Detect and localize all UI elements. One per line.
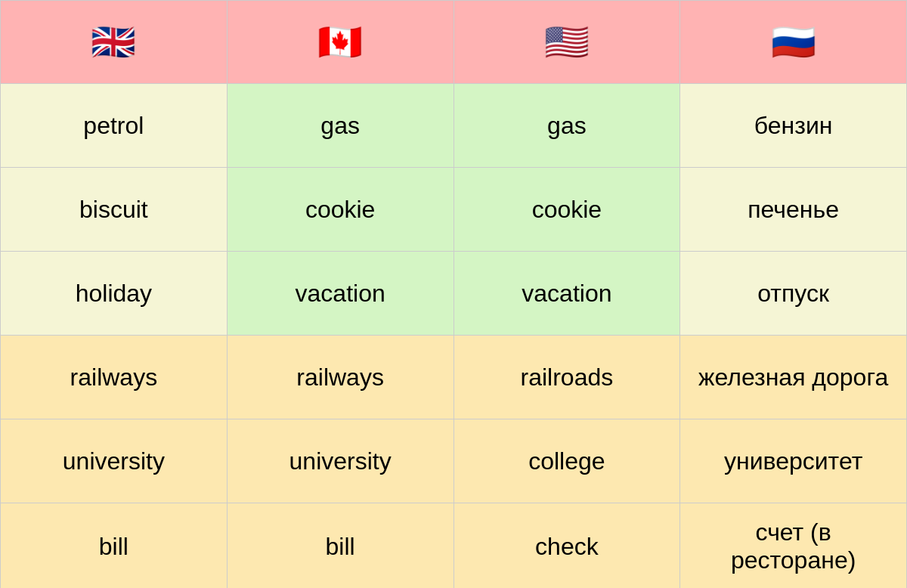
cell-uk-0: petrol: [1, 84, 228, 168]
cell-ru-2: отпуск: [680, 252, 907, 336]
cell-uk-3: railways: [1, 336, 228, 419]
table-row: biscuitcookiecookieпеченье: [1, 168, 907, 252]
cell-us-3: railroads: [454, 336, 680, 419]
table-row: petrolgasgasбензин: [1, 84, 907, 168]
cell-ca-1: cookie: [227, 168, 454, 252]
cell-us-0: gas: [454, 84, 680, 168]
cell-uk-4: university: [1, 419, 228, 503]
cell-ca-0: gas: [227, 84, 454, 168]
ca-flag-icon: 🇨🇦: [317, 22, 363, 62]
cell-us-5: check: [454, 503, 680, 589]
cell-us-1: cookie: [454, 168, 680, 252]
header-row: 🇬🇧 🇨🇦 🇺🇸 🇷🇺: [1, 1, 907, 84]
cell-ca-4: university: [227, 419, 454, 503]
header-uk: 🇬🇧: [1, 1, 228, 84]
header-ca: 🇨🇦: [227, 1, 454, 84]
cell-ru-0: бензин: [680, 84, 907, 168]
header-ru: 🇷🇺: [680, 1, 907, 84]
header-us: 🇺🇸: [454, 1, 680, 84]
ru-flag-icon: 🇷🇺: [771, 22, 816, 62]
table-row: universityuniversitycollegeуниверситет: [1, 419, 907, 503]
cell-ru-1: печенье: [680, 168, 907, 252]
uk-flag-icon: 🇬🇧: [91, 22, 136, 62]
table-row: billbillcheckсчет (в ресторане): [1, 503, 907, 589]
cell-uk-2: holiday: [1, 252, 228, 336]
cell-uk-1: biscuit: [1, 168, 228, 252]
cell-ru-4: университет: [680, 419, 907, 503]
cell-us-2: vacation: [454, 252, 680, 336]
cell-us-4: college: [454, 419, 680, 503]
cell-ca-5: bill: [227, 503, 454, 589]
cell-ru-3: железная дорога: [680, 336, 907, 419]
cell-uk-5: bill: [1, 503, 228, 589]
cell-ca-2: vacation: [227, 252, 454, 336]
table-row: railwaysrailwaysrailroadsжелезная дорога: [1, 336, 907, 419]
us-flag-icon: 🇺🇸: [544, 22, 590, 62]
table-row: holidayvacationvacationотпуск: [1, 252, 907, 336]
cell-ca-3: railways: [227, 336, 454, 419]
vocabulary-table: 🇬🇧 🇨🇦 🇺🇸 🇷🇺 petrolgasgasбензинbiscuitcoo…: [0, 0, 907, 588]
cell-ru-5: счет (в ресторане): [680, 503, 907, 589]
